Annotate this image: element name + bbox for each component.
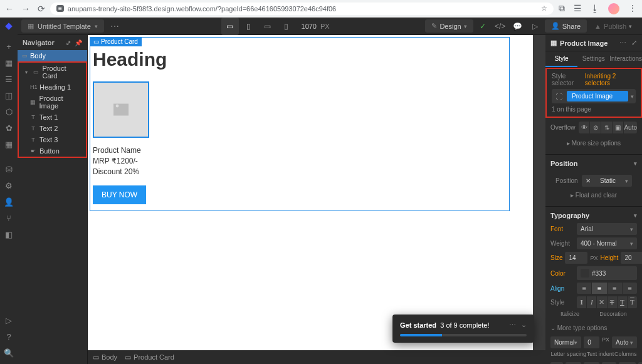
comment-icon[interactable]: 💬: [510, 18, 526, 34]
logic-icon[interactable]: ⑂: [1, 211, 16, 226]
mobile-icon[interactable]: ▯: [278, 18, 295, 35]
expand-icon[interactable]: ⤢: [631, 39, 637, 47]
users-icon[interactable]: 👤: [1, 194, 16, 209]
code-icon[interactable]: </>: [492, 18, 508, 34]
breadcrumb-body[interactable]: ▭Body: [93, 353, 117, 361]
desktop-icon[interactable]: ▭: [221, 18, 239, 35]
style-regular[interactable]: I: [577, 296, 587, 308]
pin-icon[interactable]: 📌: [75, 39, 82, 46]
weight-select[interactable]: 400 - Normal▾: [577, 237, 637, 249]
settings-icon[interactable]: ⋯: [619, 39, 626, 47]
height-input[interactable]: 20: [621, 252, 642, 264]
tab-settings[interactable]: Settings: [577, 51, 609, 67]
video-icon[interactable]: ▷: [1, 313, 16, 328]
tab-style[interactable]: Style: [545, 51, 577, 67]
cms-icon[interactable]: ⛁: [1, 162, 16, 177]
navigator-title: Navigator: [23, 39, 55, 46]
search-icon[interactable]: 🔍: [1, 345, 16, 360]
toast-collapse-icon[interactable]: ⌄: [521, 321, 527, 329]
product-card-element[interactable]: ▭ Product Card Heading Product Name MRP …: [90, 37, 510, 211]
page-selector[interactable]: ▦ Untitled Template ▾: [21, 19, 104, 33]
tree-text1[interactable]: T Text 1: [19, 112, 86, 123]
style-none[interactable]: ✕: [597, 296, 607, 308]
reload-icon[interactable]: ⟳: [38, 4, 45, 14]
back-icon[interactable]: ←: [5, 4, 14, 14]
tree-heading[interactable]: H1 Heading 1: [19, 81, 86, 93]
add-icon[interactable]: +: [1, 39, 16, 54]
apps-icon[interactable]: ◧: [1, 227, 16, 242]
design-canvas[interactable]: ▭ Product Card Heading Product Name MRP …: [88, 35, 533, 350]
more-menu[interactable]: ⋯: [104, 21, 125, 31]
webflow-logo[interactable]: [0, 18, 18, 35]
components-icon[interactable]: ◫: [1, 88, 16, 103]
style-italic[interactable]: I: [587, 296, 597, 308]
menu-icon[interactable]: ⋮: [628, 3, 637, 14]
ecommerce-icon[interactable]: ⚙: [1, 178, 16, 193]
preview-icon[interactable]: ▷: [527, 18, 544, 34]
position-select[interactable]: ✕ Static▾: [582, 175, 632, 187]
tree-product-image[interactable]: ▦ Product Image: [19, 93, 86, 112]
variables-icon[interactable]: ⬡: [1, 104, 16, 119]
line-height-select[interactable]: Normal▾: [550, 336, 581, 348]
typography-section-title[interactable]: Typography▾: [545, 207, 642, 222]
float-and-clear[interactable]: ▸ Float and clear: [550, 188, 637, 202]
tablet-landscape-icon[interactable]: ▭: [259, 18, 276, 35]
tab-interactions[interactable]: Interactions: [609, 51, 642, 67]
navigator-icon[interactable]: ☰: [1, 71, 16, 86]
pages-icon[interactable]: ▦: [1, 55, 16, 70]
publish-button[interactable]: ▲ Publish ▾: [588, 20, 638, 33]
more-size-options[interactable]: ▸ More size options: [550, 136, 637, 150]
align-justify[interactable]: ≡: [623, 283, 637, 294]
tree-text3[interactable]: T Text 3: [19, 134, 86, 145]
nav-body[interactable]: ▭ Body: [18, 50, 87, 61]
size-input[interactable]: 14: [565, 252, 587, 264]
overflow-hidden[interactable]: ⊘: [590, 122, 601, 133]
color-input[interactable]: #333: [577, 266, 637, 280]
overflow-scroll[interactable]: ⇅: [601, 122, 613, 133]
design-mode-button[interactable]: Design ▾: [425, 19, 473, 33]
class-selector[interactable]: ⛶ Product Image ▾: [552, 89, 636, 103]
tree-product-card[interactable]: ▾ ▭ Product Card: [19, 63, 86, 81]
tree-button[interactable]: ☛ Button: [19, 145, 86, 157]
extensions-icon[interactable]: ⧉: [559, 3, 565, 14]
text3-element[interactable]: Discount 20%: [90, 167, 509, 177]
share-button[interactable]: 👤 Share: [545, 19, 587, 33]
overflow-visible[interactable]: 👁: [579, 122, 590, 133]
tablet-icon[interactable]: ▯: [240, 18, 258, 35]
help-icon[interactable]: ?: [1, 329, 16, 344]
product-image-element[interactable]: [93, 81, 149, 138]
font-select[interactable]: Arial▾: [577, 223, 637, 235]
assets-icon[interactable]: ▦: [1, 137, 16, 152]
download-icon[interactable]: ⭳: [591, 3, 599, 14]
star-icon[interactable]: ☆: [541, 4, 547, 13]
breadcrumb-card[interactable]: ▭Product Card: [125, 353, 174, 361]
position-section-title[interactable]: Position▾: [545, 155, 642, 170]
list-icon[interactable]: ☰: [574, 3, 582, 14]
buy-now-button[interactable]: BUY NOW: [93, 185, 146, 204]
overflow-clip[interactable]: ▣: [613, 122, 624, 133]
forward-icon[interactable]: →: [21, 4, 30, 14]
collapse-icon[interactable]: ⤢: [66, 39, 71, 46]
overflow-auto[interactable]: Auto: [624, 122, 637, 133]
columns-select[interactable]: Auto▾: [612, 336, 637, 348]
profile-avatar[interactable]: [608, 3, 619, 14]
style-underline[interactable]: T: [618, 296, 628, 308]
tree-text2[interactable]: T Text 2: [19, 123, 86, 134]
text2-element[interactable]: MRP ₹1200/-: [90, 156, 509, 167]
more-type-options[interactable]: ⌄ More type options: [545, 321, 642, 335]
url-bar[interactable]: ≡ anupams-trendy-site-5f98f3.design.webf…: [50, 3, 554, 15]
indent-input[interactable]: 0: [584, 336, 599, 348]
class-pill[interactable]: Product Image: [567, 91, 628, 101]
toast-menu-icon[interactable]: ⋯: [509, 321, 516, 329]
heading-element[interactable]: Heading: [90, 38, 509, 70]
navigator-panel: Navigator ⤢ 📌 ▭ Body ▾ ▭ Product Card H1…: [18, 35, 88, 364]
align-left[interactable]: ≡: [577, 283, 592, 294]
heading-icon: H1: [30, 84, 36, 90]
styles-icon[interactable]: ✿: [1, 120, 16, 135]
style-strike[interactable]: T: [608, 296, 618, 308]
text1-element[interactable]: Product Name: [90, 145, 509, 156]
style-overline[interactable]: T: [628, 296, 637, 308]
check-icon[interactable]: ✓: [475, 18, 491, 34]
align-right[interactable]: ≡: [608, 283, 623, 294]
align-center[interactable]: ≡: [592, 283, 607, 294]
